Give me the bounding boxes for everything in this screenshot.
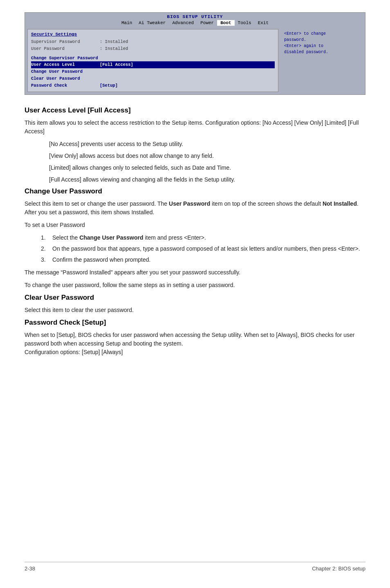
bios-right-panel: <Enter> to changepassword.<Enter> again …	[281, 29, 363, 92]
step-2: 2. On the password box that appears, typ…	[41, 245, 365, 253]
heading-password-check: Password Check [Setup]	[25, 319, 365, 327]
step-1: 1. Select the Change User Password item …	[41, 233, 365, 242]
bios-body: Security Settings Supervisor Password : …	[25, 27, 365, 94]
tab-boot[interactable]: Boot	[217, 20, 234, 26]
user-access-desc: This item allows you to select the acces…	[25, 119, 365, 136]
view-only-desc: [View Only] allows access but does not a…	[49, 152, 365, 160]
bios-help-text: <Enter> to changepassword.<Enter> again …	[284, 31, 328, 54]
bios-left-panel: Security Settings Supervisor Password : …	[27, 29, 278, 92]
bios-section-title: Security Settings	[31, 32, 275, 37]
bios-screenshot: BIOS SETUP UTILITY Main Ai Tweaker Advan…	[25, 12, 365, 95]
bios-tab-bar: Main Ai Tweaker Advanced Power Boot Tool…	[25, 19, 365, 27]
password-check-desc: When set to [Setup], BIOS checks for use…	[25, 331, 365, 357]
bios-clear-user-password[interactable]: Clear User Password	[31, 75, 275, 82]
heading-clear-user-password: Clear User Password	[25, 294, 365, 302]
password-installed-msg: The message “Password Installed” appears…	[25, 268, 365, 277]
page: BIOS SETUP UTILITY Main Ai Tweaker Advan…	[0, 0, 390, 588]
heading-change-user-password: Change User Password	[25, 187, 365, 195]
tab-tools[interactable]: Tools	[235, 20, 255, 26]
bios-user-access-level[interactable]: User Access Level [Full Access]	[31, 61, 275, 68]
change-password-note: To change the user password, follow the …	[25, 281, 365, 290]
section-user-access-level: User Access Level [Full Access] This ite…	[25, 106, 365, 184]
tab-ai-tweaker[interactable]: Ai Tweaker	[135, 20, 169, 26]
bios-title: BIOS SETUP UTILITY	[25, 13, 365, 19]
tab-exit[interactable]: Exit	[255, 20, 272, 26]
heading-user-access-level: User Access Level [Full Access]	[25, 106, 365, 114]
footer: 2-38 Chapter 2: BIOS setup	[25, 562, 365, 572]
section-clear-user-password: Clear User Password Select this item to …	[25, 294, 365, 314]
full-access-desc: [Full Access] allows viewing and changin…	[49, 175, 365, 184]
change-password-desc1: Select this item to set or change the us…	[25, 200, 365, 217]
bios-user-password: User Password : Installed	[31, 45, 275, 52]
tab-power[interactable]: Power	[197, 20, 217, 26]
clear-password-desc: Select this item to clear the user passw…	[25, 306, 365, 314]
bios-supervisor-password: Supervisor Password : Installed	[31, 38, 275, 45]
section-password-check: Password Check [Setup] When set to [Setu…	[25, 319, 365, 357]
numbered-steps: 1. Select the Change User Password item …	[41, 233, 365, 264]
chapter-label: Chapter 2: BIOS setup	[312, 566, 365, 572]
no-access-desc: [No Access] prevents user access to the …	[49, 140, 365, 148]
step-3: 3. Confirm the password when prompted.	[41, 256, 365, 264]
bios-change-supervisor[interactable]: Change Supervisor Password	[31, 55, 275, 62]
section-change-user-password: Change User Password Select this item to…	[25, 187, 365, 290]
bios-change-user-password[interactable]: Change User Password	[31, 68, 275, 75]
limited-desc: [Limited] allows changes only to selecte…	[49, 164, 365, 172]
tab-main[interactable]: Main	[118, 20, 135, 26]
bios-title-text: BIOS SETUP UTILITY	[167, 14, 223, 19]
page-number: 2-38	[25, 566, 35, 572]
set-password-intro: To set a User Password	[25, 221, 365, 229]
bios-password-check[interactable]: Password Check [Setup]	[31, 82, 275, 89]
tab-advanced[interactable]: Advanced	[169, 20, 197, 26]
main-content: User Access Level [Full Access] This ite…	[25, 106, 365, 562]
